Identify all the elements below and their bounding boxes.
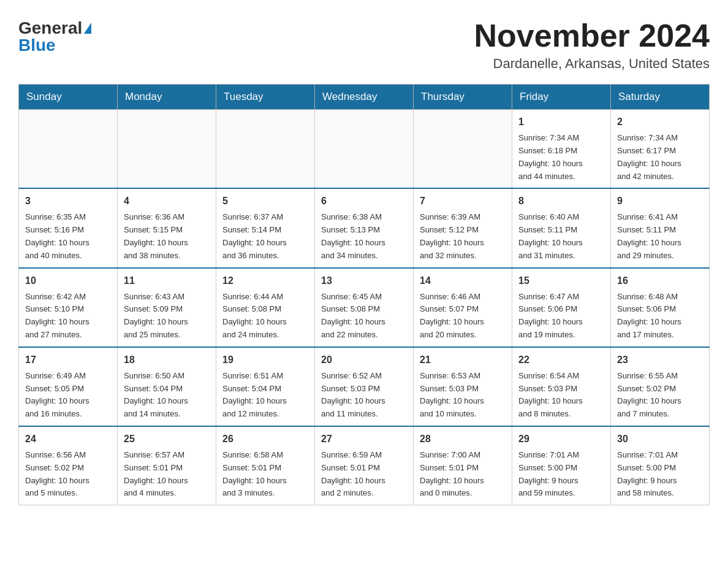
- day-number: 10: [25, 274, 111, 288]
- day-info: Sunrise: 6:57 AM Sunset: 5:01 PM Dayligh…: [124, 449, 210, 500]
- day-number: 13: [321, 274, 407, 288]
- calendar-header-row: SundayMondayTuesdayWednesdayThursdayFrid…: [19, 85, 710, 110]
- day-number: 16: [617, 274, 703, 288]
- calendar-day-cell: 23Sunrise: 6:55 AM Sunset: 5:02 PM Dayli…: [611, 347, 710, 426]
- calendar-day-cell: 10Sunrise: 6:42 AM Sunset: 5:10 PM Dayli…: [19, 268, 118, 347]
- day-info: Sunrise: 6:36 AM Sunset: 5:15 PM Dayligh…: [124, 211, 210, 262]
- day-info: Sunrise: 6:58 AM Sunset: 5:01 PM Dayligh…: [222, 449, 308, 500]
- day-info: Sunrise: 6:49 AM Sunset: 5:05 PM Dayligh…: [25, 370, 111, 421]
- day-number: 17: [25, 353, 111, 367]
- header: General Blue November 2024 Dardanelle, A…: [18, 18, 710, 72]
- calendar-week-row: 17Sunrise: 6:49 AM Sunset: 5:05 PM Dayli…: [19, 347, 710, 426]
- calendar-day-cell: 28Sunrise: 7:00 AM Sunset: 5:01 PM Dayli…: [414, 426, 512, 505]
- calendar-week-row: 24Sunrise: 6:56 AM Sunset: 5:02 PM Dayli…: [19, 426, 710, 505]
- calendar-day-cell: 4Sunrise: 6:36 AM Sunset: 5:15 PM Daylig…: [118, 188, 216, 267]
- logo: General Blue: [18, 18, 91, 55]
- day-info: Sunrise: 6:44 AM Sunset: 5:08 PM Dayligh…: [222, 291, 308, 342]
- day-of-week-header: Sunday: [19, 85, 118, 110]
- calendar-day-cell: 1Sunrise: 7:34 AM Sunset: 6:18 PM Daylig…: [512, 110, 611, 189]
- day-number: 15: [518, 274, 604, 288]
- day-number: 6: [321, 194, 407, 209]
- day-info: Sunrise: 6:43 AM Sunset: 5:09 PM Dayligh…: [124, 291, 210, 342]
- calendar-day-cell: [414, 110, 512, 189]
- day-info: Sunrise: 6:35 AM Sunset: 5:16 PM Dayligh…: [25, 211, 111, 262]
- day-info: Sunrise: 6:37 AM Sunset: 5:14 PM Dayligh…: [222, 211, 308, 262]
- calendar-day-cell: 30Sunrise: 7:01 AM Sunset: 5:00 PM Dayli…: [611, 426, 710, 505]
- day-info: Sunrise: 6:59 AM Sunset: 5:01 PM Dayligh…: [321, 449, 407, 500]
- calendar-day-cell: 12Sunrise: 6:44 AM Sunset: 5:08 PM Dayli…: [216, 268, 315, 347]
- calendar-day-cell: 22Sunrise: 6:54 AM Sunset: 5:03 PM Dayli…: [512, 347, 611, 426]
- calendar-day-cell: 15Sunrise: 6:47 AM Sunset: 5:06 PM Dayli…: [512, 268, 611, 347]
- calendar-day-cell: 17Sunrise: 6:49 AM Sunset: 5:05 PM Dayli…: [19, 347, 118, 426]
- location-title: Dardanelle, Arkansas, United States: [474, 56, 710, 72]
- calendar-day-cell: 6Sunrise: 6:38 AM Sunset: 5:13 PM Daylig…: [315, 188, 414, 267]
- calendar-day-cell: 20Sunrise: 6:52 AM Sunset: 5:03 PM Dayli…: [315, 347, 414, 426]
- calendar-week-row: 3Sunrise: 6:35 AM Sunset: 5:16 PM Daylig…: [19, 188, 710, 267]
- day-number: 2: [617, 115, 703, 129]
- calendar-day-cell: 8Sunrise: 6:40 AM Sunset: 5:11 PM Daylig…: [512, 188, 611, 267]
- calendar-day-cell: 16Sunrise: 6:48 AM Sunset: 5:06 PM Dayli…: [611, 268, 710, 347]
- calendar: SundayMondayTuesdayWednesdayThursdayFrid…: [18, 84, 710, 505]
- month-title: November 2024: [474, 18, 710, 53]
- calendar-day-cell: [118, 110, 216, 189]
- day-number: 4: [124, 194, 210, 209]
- day-number: 14: [420, 274, 506, 288]
- calendar-day-cell: 7Sunrise: 6:39 AM Sunset: 5:12 PM Daylig…: [414, 188, 512, 267]
- day-number: 25: [124, 432, 210, 446]
- title-area: November 2024 Dardanelle, Arkansas, Unit…: [474, 18, 710, 72]
- day-of-week-header: Thursday: [414, 85, 512, 110]
- day-number: 18: [124, 353, 210, 367]
- day-info: Sunrise: 7:00 AM Sunset: 5:01 PM Dayligh…: [420, 449, 506, 500]
- day-number: 11: [124, 274, 210, 288]
- day-info: Sunrise: 7:01 AM Sunset: 5:00 PM Dayligh…: [617, 449, 703, 500]
- day-number: 20: [321, 353, 407, 367]
- day-info: Sunrise: 6:56 AM Sunset: 5:02 PM Dayligh…: [25, 449, 111, 500]
- calendar-day-cell: 26Sunrise: 6:58 AM Sunset: 5:01 PM Dayli…: [216, 426, 315, 505]
- day-of-week-header: Saturday: [611, 85, 710, 110]
- day-info: Sunrise: 6:55 AM Sunset: 5:02 PM Dayligh…: [617, 370, 703, 421]
- day-number: 23: [617, 353, 703, 367]
- calendar-day-cell: 29Sunrise: 7:01 AM Sunset: 5:00 PM Dayli…: [512, 426, 611, 505]
- day-number: 27: [321, 432, 407, 446]
- day-info: Sunrise: 6:50 AM Sunset: 5:04 PM Dayligh…: [124, 370, 210, 421]
- calendar-day-cell: [19, 110, 118, 189]
- day-number: 8: [518, 194, 604, 209]
- calendar-day-cell: [315, 110, 414, 189]
- calendar-day-cell: 24Sunrise: 6:56 AM Sunset: 5:02 PM Dayli…: [19, 426, 118, 505]
- day-of-week-header: Wednesday: [315, 85, 414, 110]
- day-info: Sunrise: 6:51 AM Sunset: 5:04 PM Dayligh…: [222, 370, 308, 421]
- day-number: 19: [222, 353, 308, 367]
- calendar-day-cell: 27Sunrise: 6:59 AM Sunset: 5:01 PM Dayli…: [315, 426, 414, 505]
- calendar-day-cell: 3Sunrise: 6:35 AM Sunset: 5:16 PM Daylig…: [19, 188, 118, 267]
- day-number: 1: [518, 115, 604, 129]
- day-of-week-header: Friday: [512, 85, 611, 110]
- day-info: Sunrise: 6:53 AM Sunset: 5:03 PM Dayligh…: [420, 370, 506, 421]
- calendar-day-cell: 2Sunrise: 7:34 AM Sunset: 6:17 PM Daylig…: [611, 110, 710, 189]
- day-number: 22: [518, 353, 604, 367]
- calendar-day-cell: 18Sunrise: 6:50 AM Sunset: 5:04 PM Dayli…: [118, 347, 216, 426]
- day-info: Sunrise: 6:47 AM Sunset: 5:06 PM Dayligh…: [518, 291, 604, 342]
- day-info: Sunrise: 6:54 AM Sunset: 5:03 PM Dayligh…: [518, 370, 604, 421]
- day-info: Sunrise: 6:41 AM Sunset: 5:11 PM Dayligh…: [617, 211, 703, 262]
- calendar-week-row: 10Sunrise: 6:42 AM Sunset: 5:10 PM Dayli…: [19, 268, 710, 347]
- calendar-day-cell: 13Sunrise: 6:45 AM Sunset: 5:08 PM Dayli…: [315, 268, 414, 347]
- calendar-day-cell: 5Sunrise: 6:37 AM Sunset: 5:14 PM Daylig…: [216, 188, 315, 267]
- logo-blue-text: Blue: [18, 36, 56, 55]
- day-of-week-header: Monday: [118, 85, 216, 110]
- calendar-day-cell: 11Sunrise: 6:43 AM Sunset: 5:09 PM Dayli…: [118, 268, 216, 347]
- day-number: 26: [222, 432, 308, 446]
- calendar-day-cell: 21Sunrise: 6:53 AM Sunset: 5:03 PM Dayli…: [414, 347, 512, 426]
- day-info: Sunrise: 6:48 AM Sunset: 5:06 PM Dayligh…: [617, 291, 703, 342]
- day-number: 21: [420, 353, 506, 367]
- calendar-day-cell: 25Sunrise: 6:57 AM Sunset: 5:01 PM Dayli…: [118, 426, 216, 505]
- day-info: Sunrise: 6:38 AM Sunset: 5:13 PM Dayligh…: [321, 211, 407, 262]
- day-info: Sunrise: 6:45 AM Sunset: 5:08 PM Dayligh…: [321, 291, 407, 342]
- day-info: Sunrise: 6:40 AM Sunset: 5:11 PM Dayligh…: [518, 211, 604, 262]
- day-number: 29: [518, 432, 604, 446]
- day-number: 12: [222, 274, 308, 288]
- calendar-day-cell: 19Sunrise: 6:51 AM Sunset: 5:04 PM Dayli…: [216, 347, 315, 426]
- calendar-day-cell: 9Sunrise: 6:41 AM Sunset: 5:11 PM Daylig…: [611, 188, 710, 267]
- day-info: Sunrise: 7:34 AM Sunset: 6:17 PM Dayligh…: [617, 132, 703, 183]
- day-number: 7: [420, 194, 506, 209]
- day-number: 30: [617, 432, 703, 446]
